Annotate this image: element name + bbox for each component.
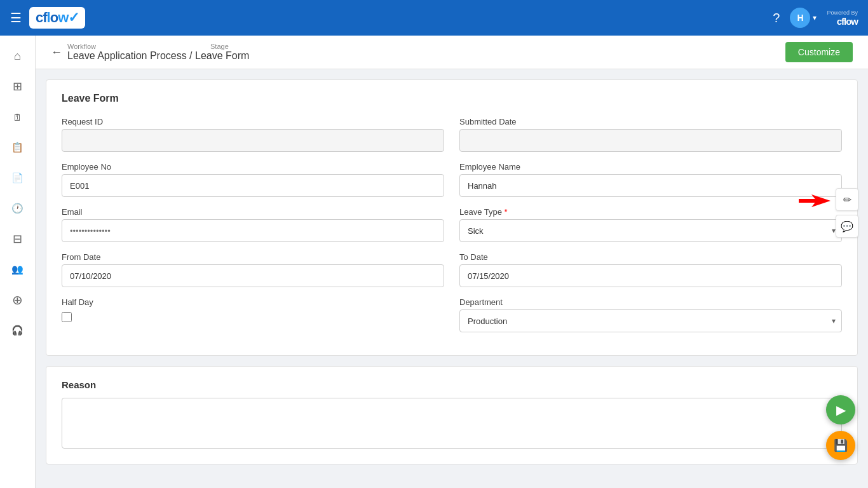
form-group-department: Department Production HR Finance IT Mark… — [459, 297, 842, 332]
send-icon: ▶ — [836, 402, 846, 417]
save-fab-button[interactable]: 💾 — [826, 431, 855, 460]
request-id-label: Request ID — [62, 117, 444, 126]
sidebar-item-reports[interactable]: 📋 — [5, 135, 31, 160]
form-row-1: Request ID Submitted Date — [62, 117, 842, 152]
form-row-4: From Date To Date — [62, 252, 842, 287]
form-row-5: Half Day Department Production HR Financ… — [62, 297, 842, 332]
form-group-from-date: From Date — [62, 252, 444, 287]
powered-logo: cflow — [837, 16, 858, 27]
reason-textarea[interactable] — [62, 398, 842, 449]
email-input[interactable] — [62, 219, 444, 242]
sidebar-item-history[interactable]: 🕐 — [5, 196, 31, 221]
from-date-label: From Date — [62, 252, 444, 262]
department-select-wrapper: Production HR Finance IT Marketing ▾ — [459, 309, 842, 332]
content-area: ← Workflow Stage Leave Application Proce… — [36, 36, 868, 488]
help-icon[interactable]: ? — [773, 11, 780, 25]
half-day-checkbox[interactable] — [62, 312, 72, 322]
sidebar-item-dashboard[interactable]: ⊞ — [5, 74, 31, 99]
svg-rect-1 — [799, 199, 817, 203]
sidebar-item-documents[interactable]: 📄 — [5, 165, 31, 191]
back-arrow-button[interactable]: ← — [51, 46, 62, 59]
side-action-panel: ✏ 💬 — [836, 188, 858, 238]
form-row-2: Employee No Employee Name — [62, 162, 842, 197]
hamburger-menu[interactable]: ☰ — [10, 10, 22, 25]
avatar-area: H ▾ — [790, 8, 817, 28]
logo-text: cflow✓ — [36, 10, 79, 26]
leave-form-container: Leave Form Request ID Submitted Date Emp… — [46, 79, 858, 356]
comment-action-button[interactable]: 💬 — [836, 215, 858, 238]
breadcrumb-labels: Workflow Stage — [67, 43, 249, 50]
avatar-button[interactable]: H — [790, 8, 810, 28]
employee-name-input[interactable] — [459, 174, 842, 197]
red-arrow-icon — [799, 193, 831, 208]
form-group-email: Email — [62, 207, 444, 242]
leave-type-label: Leave Type * — [459, 207, 842, 217]
customize-button[interactable]: Customize — [785, 42, 853, 62]
leave-type-select[interactable]: Sick Annual Casual Maternity Paternity — [459, 219, 842, 242]
form-group-submitted-date: Submitted Date — [459, 117, 842, 152]
form-group-leave-type: Leave Type * Sick Annual Casual Maternit… — [459, 207, 842, 242]
reason-title: Reason — [62, 379, 842, 390]
form-row-3: Email Leave Type * Sick Annual Casual Ma… — [62, 207, 842, 242]
save-icon: 💾 — [834, 438, 848, 452]
sidebar-item-grid[interactable]: ⊟ — [5, 226, 31, 252]
breadcrumb-bar: ← Workflow Stage Leave Application Proce… — [36, 36, 868, 69]
half-day-label: Half Day — [62, 297, 444, 307]
submitted-date-label: Submitted Date — [459, 117, 842, 126]
sidebar: ⌂ ⊞ 🗓 📋 📄 🕐 ⊟ 👥 ⊕ 🎧 — [0, 36, 36, 488]
breadcrumb-left: ← Workflow Stage Leave Application Proce… — [51, 43, 249, 62]
powered-by-label: Powered By — [827, 10, 858, 16]
sidebar-item-headset[interactable]: 🎧 — [5, 318, 31, 343]
leave-type-required: * — [505, 207, 508, 217]
topnav-left: ☰ cflow✓ — [10, 7, 85, 29]
sidebar-item-people[interactable]: 👥 — [5, 257, 31, 282]
topnav: ☰ cflow✓ ? H ▾ Powered By cflow — [0, 0, 868, 36]
leave-type-select-wrapper: Sick Annual Casual Maternity Paternity ▾ — [459, 219, 842, 242]
department-select[interactable]: Production HR Finance IT Marketing — [459, 309, 842, 332]
department-label: Department — [459, 297, 842, 307]
to-date-label: To Date — [459, 252, 842, 262]
submitted-date-input[interactable] — [459, 129, 842, 152]
form-group-to-date: To Date — [459, 252, 842, 287]
form-group-request-id: Request ID — [62, 117, 444, 152]
from-date-input[interactable] — [62, 264, 444, 287]
to-date-input[interactable] — [459, 264, 842, 287]
form-title: Leave Form — [62, 93, 842, 104]
form-group-employee-name: Employee Name — [459, 162, 842, 197]
red-arrow-indicator — [799, 193, 831, 211]
breadcrumb-path: Leave Application Process / Leave Form — [67, 50, 249, 62]
send-fab-button[interactable]: ▶ — [826, 395, 855, 424]
form-group-employee-no: Employee No — [62, 162, 444, 197]
employee-no-input[interactable] — [62, 174, 444, 197]
edit-action-button[interactable]: ✏ — [836, 188, 858, 211]
employee-no-label: Employee No — [62, 162, 444, 172]
workflow-label: Workflow — [67, 43, 96, 50]
sidebar-item-add[interactable]: ⊕ — [5, 287, 31, 313]
employee-name-label: Employee Name — [459, 162, 842, 172]
sidebar-item-home[interactable]: ⌂ — [5, 43, 31, 69]
avatar-chevron[interactable]: ▾ — [813, 13, 817, 22]
breadcrumb-info: Workflow Stage Leave Application Process… — [67, 43, 249, 62]
topnav-right: ? H ▾ Powered By cflow — [773, 8, 858, 28]
stage-label: Stage — [210, 43, 229, 50]
main-layout: ⌂ ⊞ 🗓 📋 📄 🕐 ⊟ 👥 ⊕ 🎧 ← Workflow Stage Lea… — [0, 36, 868, 488]
powered-by-area: Powered By cflow — [827, 10, 858, 27]
logo-box: cflow✓ — [29, 7, 85, 29]
request-id-input[interactable] — [62, 129, 444, 152]
reason-container: Reason — [46, 366, 858, 464]
email-label: Email — [62, 207, 444, 217]
sidebar-item-calendar[interactable]: 🗓 — [5, 104, 31, 130]
form-group-half-day: Half Day — [62, 297, 444, 332]
half-day-checkbox-group — [62, 312, 444, 322]
